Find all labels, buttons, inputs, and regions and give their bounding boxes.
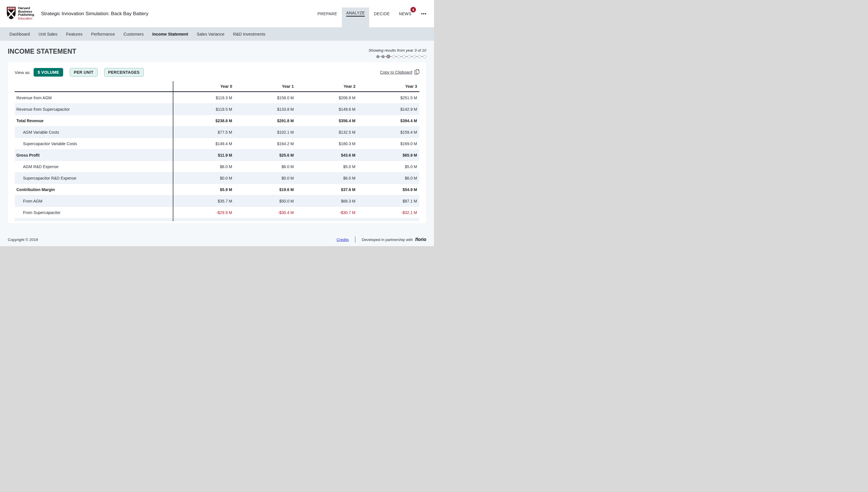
nav-analyze[interactable]: ANALYZE (342, 0, 369, 27)
cell-value: $180.3 M (296, 142, 358, 146)
table-row-revenue-from-agm: Revenue from AGM$119.3 M$158.0 M$206.8 M… (15, 92, 419, 103)
cell-value: $119.5 M (173, 107, 235, 112)
cell-value: $5.0 M (358, 164, 419, 169)
subnav-item-unit-sales[interactable]: Unit Sales (39, 32, 57, 36)
year-dot-5[interactable] (397, 55, 401, 58)
column-header: Year 1 (235, 84, 296, 89)
year-dot-3[interactable] (387, 55, 390, 58)
more-menu-button[interactable]: ••• (420, 0, 428, 27)
year-dot-2[interactable] (382, 55, 385, 58)
cell-value: -$29.9 M (173, 210, 235, 215)
subnav-item-dashboard[interactable]: Dashboard (9, 32, 30, 36)
cell-value: $133.8 M (235, 107, 296, 112)
cell-value: $102.1 M (235, 130, 296, 134)
cell-value: $149.6 M (296, 107, 358, 112)
progress-connector (406, 56, 408, 57)
hbp-logo-text: Harvard Business Publishing Education (18, 7, 34, 20)
cell-value: $251.5 M (358, 96, 419, 100)
cell-value: $0.0 M (235, 176, 296, 180)
cell-value: $169.0 M (358, 142, 419, 146)
progress-connector (385, 56, 387, 57)
table-divider-line (173, 81, 173, 221)
cell-value: $37.6 M (296, 187, 358, 192)
cell-value: $394.4 M (358, 119, 419, 123)
view-as-label: View as (15, 70, 29, 75)
row-label: Supercapacitor R&D Expense (15, 176, 173, 180)
subnav-item-customers[interactable]: Customers (123, 32, 144, 36)
copy-to-clipboard-label: Copy to Clipboard (380, 70, 412, 75)
row-label: From Supercapacitor (15, 210, 173, 215)
cell-value: $6.0 M (296, 176, 358, 180)
cell-value: $119.3 M (173, 96, 235, 100)
cell-value: $35.7 M (173, 199, 235, 203)
credits-link[interactable]: Credits (337, 238, 349, 242)
copyright-text: Copyright © 2019 (8, 238, 38, 242)
cell-value: $54.9 M (358, 187, 419, 192)
year-dot-6[interactable] (403, 55, 406, 58)
cell-value: $5.9 M (173, 187, 235, 192)
cell-value: $158.0 M (235, 96, 296, 100)
table-row-total-revenue: Total Revenue$238.8 M$291.8 M$356.4 M$39… (15, 115, 419, 126)
cell-value: $6.0 M (173, 164, 235, 169)
copy-to-clipboard-button[interactable]: Copy to Clipboard (380, 69, 419, 76)
subnav-item-sales-variance[interactable]: Sales Variance (197, 32, 224, 36)
cell-value: $164.2 M (235, 142, 296, 146)
page-head: INCOME STATEMENT Showing results from ye… (8, 48, 426, 58)
year-dot-9[interactable] (418, 55, 421, 58)
footer-right: Credits Developed in partnership with /f… (337, 237, 426, 243)
table-row-contribution-margin: Contribution Margin$5.9 M$19.6 M$37.6 M$… (15, 184, 419, 195)
view-mode--volume[interactable]: $ VOLUME (33, 68, 63, 77)
view-mode-percentages[interactable]: PERCENTAGES (104, 68, 144, 77)
results-note: Showing results from year 3 of 10 (368, 48, 426, 52)
cell-value: $87.1 M (358, 199, 419, 203)
row-label: Supercapacitor Variable Costs (15, 142, 173, 146)
income-statement-card: View as $ VOLUMEPER UNITPERCENTAGES Copy… (8, 62, 426, 223)
row-label: Revenue from Supercapacitor (15, 107, 173, 112)
app-window: Harvard Business Publishing Education St… (0, 0, 434, 246)
year-dot-4[interactable] (392, 55, 395, 58)
nav-label: PREPARE (317, 11, 337, 16)
logo-line-education: Education (18, 17, 34, 20)
year-dot-8[interactable] (413, 55, 416, 58)
year-dot-7[interactable] (408, 55, 411, 58)
partnership-text: Developed in partnership with (362, 238, 413, 242)
footer-divider (355, 237, 355, 243)
cell-value: -$32.1 M (358, 210, 419, 215)
row-label: Gross Profit (15, 153, 173, 157)
column-header: Year 0 (173, 84, 235, 89)
nav-decide[interactable]: DECIDE (369, 0, 394, 27)
hbs-shield-icon (6, 6, 16, 21)
year-dot-10[interactable] (423, 55, 426, 58)
cell-value: $11.9 M (173, 153, 235, 157)
cell-value: $159.4 M (358, 130, 419, 134)
income-statement-table: Year 0Year 1Year 2Year 3 Revenue from AG… (15, 81, 419, 221)
table-row-supercapacitor-variable-costs: Supercapacitor Variable Costs$149.4 M$16… (15, 138, 419, 149)
progress-connector (395, 56, 397, 57)
cell-value: $50.0 M (235, 199, 296, 203)
cell-value: $6.0 M (235, 164, 296, 169)
cell-value: $65.9 M (358, 153, 419, 157)
table-row-revenue-from-supercapacitor: Revenue from Supercapacitor$119.5 M$133.… (15, 103, 419, 115)
view-mode-per-unit[interactable]: PER UNIT (70, 68, 98, 77)
subnav-item-r-d-investments[interactable]: R&D Investments (233, 32, 266, 36)
table-header-row: Year 0Year 1Year 2Year 3 (15, 81, 419, 92)
row-label: AGM R&D Expense (15, 164, 173, 169)
page-title: INCOME STATEMENT (8, 48, 76, 55)
forio-logo: /forio (415, 237, 426, 242)
row-label: Contribution Margin (15, 187, 173, 192)
table-row-agm-r-d-expense: AGM R&D Expense$6.0 M$6.0 M$5.0 M$5.0 M (15, 161, 419, 172)
progress-connector (421, 56, 423, 57)
cell-value: $0.0 M (173, 176, 235, 180)
nav-news[interactable]: NEWS4 (394, 0, 416, 27)
year-dot-1[interactable] (376, 55, 380, 58)
cell-value: $149.4 M (173, 142, 235, 146)
row-label: AGM Variable Costs (15, 130, 173, 134)
ellipsis-icon: ••• (421, 11, 427, 16)
cell-value: $206.8 M (296, 96, 358, 100)
subnav-item-income-statement[interactable]: Income Statement (152, 32, 188, 36)
subnav-item-performance[interactable]: Performance (91, 32, 115, 36)
nav-prepare[interactable]: PREPARE (313, 0, 342, 27)
progress-connector (380, 56, 382, 57)
page-footer: Copyright © 2019 Credits Developed in pa… (8, 237, 426, 243)
subnav-item-features[interactable]: Features (66, 32, 82, 36)
